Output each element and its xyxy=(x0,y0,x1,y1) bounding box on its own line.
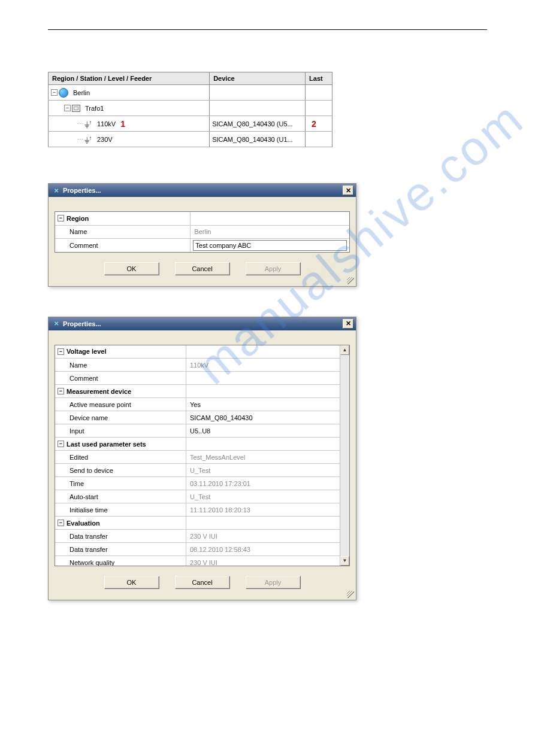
prop-value[interactable]: Yes xyxy=(186,398,340,411)
app-icon: ✕ xyxy=(52,186,61,195)
folder-icon xyxy=(72,105,80,112)
tree-connector: ⋯ xyxy=(77,136,83,142)
dialog-title: Properties... xyxy=(63,320,101,327)
collapse-icon[interactable]: − xyxy=(58,215,64,221)
collapse-icon[interactable]: − xyxy=(58,441,64,447)
prop-value: 03.11.2010 17:23:01 xyxy=(186,477,340,490)
prop-comment-input[interactable] xyxy=(193,240,347,251)
tree-col-region[interactable]: Region / Station / Level / Feeder xyxy=(49,72,210,85)
prop-value: 230 V IUI xyxy=(186,556,340,566)
section-header[interactable]: −Measurement device xyxy=(55,385,186,398)
tree-item-label[interactable]: Berlin xyxy=(73,89,90,96)
tree-last-cell xyxy=(306,101,333,116)
prop-name-value: Berlin xyxy=(191,225,349,238)
prop-label: Data transfer xyxy=(55,543,186,556)
prop-label: Name xyxy=(55,359,186,372)
tree-device-cell[interactable] xyxy=(210,101,306,116)
prop-value: 08.12.2010 12:58:43 xyxy=(186,543,340,556)
section-header[interactable]: −Evaluation xyxy=(55,517,186,530)
tree-item-label[interactable]: Trafo1 xyxy=(85,105,104,112)
scroll-up-icon[interactable]: ▲ xyxy=(340,345,349,355)
prop-label: Network quality xyxy=(55,556,186,566)
tree-col-device[interactable]: Device xyxy=(210,72,306,85)
prop-label: Auto-start xyxy=(55,490,186,503)
prop-label: Active measure point xyxy=(55,398,186,411)
tree-col-last[interactable]: Last xyxy=(306,72,333,85)
prop-value[interactable]: U5..U8 xyxy=(186,424,340,438)
tree-device-cell[interactable]: SICAM_Q80_140430 (U5... xyxy=(210,116,306,132)
prop-value: Test_MessAnLevel xyxy=(186,451,340,464)
callout-marker: 2 xyxy=(312,119,316,129)
apply-button[interactable]: Apply xyxy=(246,262,301,275)
titlebar[interactable]: ✕ Properties... ✕ xyxy=(49,184,356,197)
apply-button[interactable]: Apply xyxy=(246,576,301,589)
app-icon: ✕ xyxy=(52,320,61,328)
level-icon: ⏚↑ xyxy=(84,135,92,144)
prop-label: Edited xyxy=(55,451,186,464)
properties-dialog-region: ✕ Properties... ✕ −Region Name Berlin Co… xyxy=(48,183,356,287)
ok-button[interactable]: OK xyxy=(104,262,159,275)
prop-value: 230 V IUI xyxy=(186,530,340,543)
ok-button[interactable]: OK xyxy=(104,576,159,589)
prop-label: Send to device xyxy=(55,464,186,477)
titlebar[interactable]: ✕ Properties... ✕ xyxy=(49,317,356,330)
prop-label: Comment xyxy=(55,372,186,385)
prop-comment-label: Comment xyxy=(55,238,191,252)
section-header[interactable]: −Last used parameter sets xyxy=(55,438,186,451)
expander-icon[interactable]: − xyxy=(64,105,71,111)
section-header[interactable]: −Region xyxy=(55,212,191,225)
section-header[interactable]: −Voltage level xyxy=(55,345,186,359)
scroll-down-icon[interactable]: ▼ xyxy=(340,556,349,566)
cancel-button[interactable]: Cancel xyxy=(175,576,230,589)
close-icon[interactable]: ✕ xyxy=(343,186,353,195)
prop-value: 110kV xyxy=(186,359,340,372)
tree-connector: ⋯ xyxy=(77,120,83,127)
prop-value[interactable] xyxy=(186,372,340,385)
collapse-icon[interactable]: − xyxy=(58,348,64,355)
prop-label: Input xyxy=(55,424,186,438)
tree-table: Region / Station / Level / Feeder Device… xyxy=(48,72,333,147)
tree-item-label[interactable]: 230V xyxy=(97,136,113,143)
close-icon[interactable]: ✕ xyxy=(343,319,353,329)
tree-last-cell xyxy=(306,85,333,101)
tree-device-cell[interactable] xyxy=(210,85,306,101)
tree-item-label[interactable]: 110kV xyxy=(97,120,116,127)
resize-grip[interactable] xyxy=(347,591,354,598)
level-icon: ⏚↑ xyxy=(84,120,92,128)
prop-label: Time xyxy=(55,477,186,490)
globe-icon xyxy=(59,88,68,98)
prop-name-label: Name xyxy=(55,225,191,238)
prop-value[interactable]: SICAM_Q80_140430 xyxy=(186,411,340,424)
prop-label: Initialise time xyxy=(55,503,186,517)
collapse-icon[interactable]: − xyxy=(58,388,64,394)
resize-grip[interactable] xyxy=(347,277,354,284)
prop-value: U_Test xyxy=(186,464,340,477)
prop-value: U_Test xyxy=(186,490,340,503)
tree-last-cell: 2 xyxy=(306,116,333,132)
tree-last-cell xyxy=(306,132,333,147)
prop-value: 11.11.2010 18:20:13 xyxy=(186,503,340,517)
callout-marker: 1 xyxy=(120,119,125,129)
tree-device-cell[interactable]: SICAM_Q80_140430 (U1... xyxy=(210,132,306,147)
cancel-button[interactable]: Cancel xyxy=(175,262,230,275)
prop-label: Data transfer xyxy=(55,530,186,543)
prop-label: Device name xyxy=(55,411,186,424)
dialog-title: Properties... xyxy=(63,187,101,194)
expander-icon[interactable]: − xyxy=(51,89,58,96)
properties-dialog-voltage: ✕ Properties... ✕ −Voltage levelName110k… xyxy=(48,317,356,600)
collapse-icon[interactable]: − xyxy=(58,520,64,526)
scrollbar[interactable]: ▲ ▼ xyxy=(340,345,349,566)
page-rule xyxy=(48,24,487,30)
